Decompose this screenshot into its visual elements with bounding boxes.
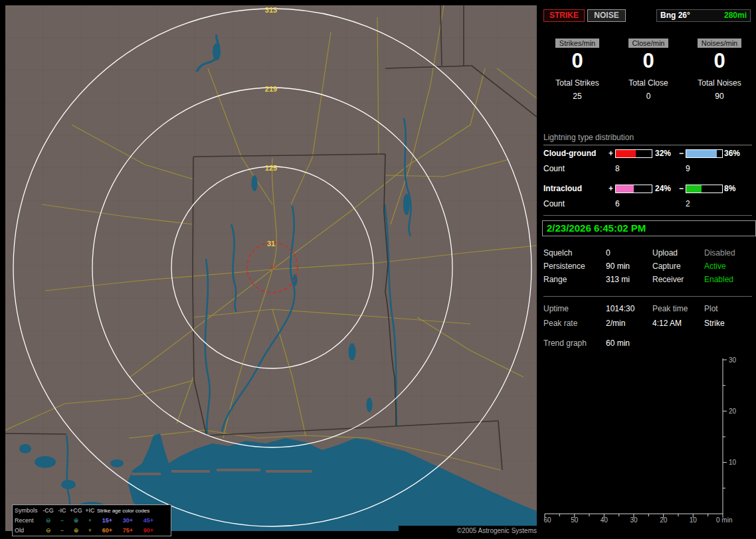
upload-label: Upload <box>652 248 703 258</box>
distribution-header: Lightning type distribution <box>543 133 752 145</box>
datetime-readout: 2/23/2026 6:45:02 PM <box>542 220 756 236</box>
total-close-label: Total Close <box>613 78 684 88</box>
count-label: Count <box>543 199 565 208</box>
ic-minus-bar <box>686 185 723 193</box>
cloud-ground-count-row: Count 8 9 <box>542 164 756 175</box>
intracloud-count-row: Count 6 2 <box>542 199 756 210</box>
total-noises-value: 90 <box>684 92 755 101</box>
legend-symbols-header: Symbols <box>15 506 41 516</box>
x-tick-label: 40 <box>601 516 609 524</box>
legend-row-label: Recent <box>15 516 41 526</box>
bearing-value: Bng 26° <box>660 10 690 21</box>
cloud-ground-label: Cloud-ground <box>543 149 607 158</box>
strikes-per-min-value: 0 <box>542 49 613 73</box>
plus-sign: + <box>609 149 613 158</box>
trend-graph-row: Trend graph 60 min <box>542 339 756 350</box>
age-code: 60+ <box>97 526 118 536</box>
persistence-value: 90 min <box>606 262 650 271</box>
noise-mode-button[interactable]: NOISE <box>587 9 626 22</box>
squelch-label: Squelch <box>543 248 605 258</box>
intracloud-row: Intracloud + 24% − 8% <box>542 184 756 194</box>
app-window: 313 219 125 31 Symbols-CG-IC+CG+ICStrike… <box>0 0 756 539</box>
trend-graph: 30 20 10 60 50 40 30 20 10 0 min <box>542 354 753 534</box>
neg-cg-symbol-icon: ⊖ <box>41 516 55 526</box>
lightning-map[interactable]: 313 219 125 31 <box>5 5 537 531</box>
x-tick-label: 50 <box>571 516 579 524</box>
divider <box>543 215 752 216</box>
trend-axis-labels: 30 20 10 60 50 40 30 20 10 0 min <box>543 356 736 524</box>
age-code: 15+ <box>97 516 118 526</box>
legend-type-header: +CG <box>69 506 83 516</box>
age-code: 30+ <box>118 516 138 526</box>
legend-header-row: Symbols-CG-IC+CG+ICStrike age color code… <box>15 506 169 516</box>
minus-sign: − <box>679 149 684 158</box>
peak-time-value: 4:12 AM <box>652 319 703 328</box>
ic-plus-count: 6 <box>615 199 620 208</box>
ic-minus-count: 2 <box>686 199 690 208</box>
neg-ic-symbol-icon: − <box>55 516 69 526</box>
upload-status: Disabled <box>704 248 755 258</box>
trend-graph-value: 60 min <box>606 339 650 348</box>
total-noises-label: Total Noises <box>684 78 755 88</box>
receiver-status: Enabled <box>704 275 755 284</box>
y-tick-label: 30 <box>729 356 737 364</box>
range-ring-label: 219 <box>265 85 277 93</box>
age-code: 75+ <box>118 526 138 536</box>
settings-row: Persistence 90 min Capture Active <box>542 262 756 273</box>
neg-ic-symbol-icon: − <box>55 526 69 536</box>
receiver-label: Receiver <box>652 275 703 284</box>
symbols-legend: Symbols-CG-IC+CG+ICStrike age color code… <box>12 504 171 536</box>
ic-plus-bar <box>615 185 652 193</box>
cg-plus-bar-fill <box>616 150 636 157</box>
peak-rate-value: 2/min <box>606 319 650 328</box>
map-canvas: 313 219 125 31 <box>5 5 537 531</box>
trend-graph-label: Trend graph <box>543 339 605 348</box>
close-rate-column: Close/min 0 Total Close 0 <box>613 38 684 101</box>
ic-plus-percent: 24% <box>655 184 671 193</box>
cg-minus-percent: 36% <box>724 149 740 158</box>
close-per-min-button[interactable]: Close/min <box>628 38 669 48</box>
range-ring-label: 31 <box>267 240 275 248</box>
cg-plus-bar <box>615 149 652 158</box>
neg-cg-symbol-icon: ⊖ <box>41 526 55 536</box>
x-tick-label: 10 <box>690 516 698 524</box>
strikes-per-min-button[interactable]: Strikes/min <box>555 38 599 48</box>
y-tick-label: 10 <box>729 459 737 466</box>
ic-minus-percent: 8% <box>724 184 735 193</box>
stats-row: Peak rate 2/min 4:12 AM Strike <box>542 319 756 331</box>
legend-old-row: Old⊖−⊕+60+75+90+ <box>15 526 169 536</box>
range-ring-label: 313 <box>265 6 277 14</box>
plot-value: Strike <box>704 319 755 328</box>
intracloud-label: Intracloud <box>543 184 607 193</box>
y-tick-label: 20 <box>729 408 737 415</box>
total-strikes-label: Total Strikes <box>542 78 613 88</box>
peak-rate-label: Peak rate <box>543 319 605 328</box>
range-ring-label: 125 <box>265 164 277 172</box>
settings-row: Squelch 0 Upload Disabled <box>542 248 756 260</box>
legend-type-header: +IC <box>83 506 97 516</box>
squelch-value: 0 <box>606 248 650 258</box>
count-label: Count <box>543 164 565 173</box>
range-label: Range <box>543 275 605 284</box>
status-sidebar: STRIKE NOISE Bng 26° 280mi Strikes/min 0… <box>542 0 756 539</box>
divider <box>543 296 752 297</box>
pos-cg-symbol-icon: ⊕ <box>69 516 83 526</box>
noises-rate-column: Noises/min 0 Total Noises 90 <box>684 38 755 101</box>
copyright-text: ©2005 Astrogenic Systems <box>399 526 539 536</box>
legend-row-label: Old <box>15 526 41 536</box>
total-close-value: 0 <box>613 92 684 101</box>
total-strikes-value: 25 <box>542 92 613 101</box>
pos-cg-symbol-icon: ⊕ <box>69 526 83 536</box>
strike-mode-button[interactable]: STRIKE <box>543 9 585 22</box>
plot-label: Plot <box>704 304 755 313</box>
legend-age-header: Strike age color codes <box>97 506 163 516</box>
origin-label: 0 min <box>716 516 732 524</box>
legend-type-header: -CG <box>41 506 55 516</box>
capture-status: Active <box>704 262 755 271</box>
ic-plus-bar-fill <box>616 185 634 193</box>
bearing-distance: 280mi <box>724 10 747 21</box>
cg-minus-bar-fill <box>686 150 717 157</box>
bearing-range-readout: Bng 26° 280mi <box>656 9 751 22</box>
capture-label: Capture <box>652 262 703 271</box>
noises-per-min-button[interactable]: Noises/min <box>698 38 741 48</box>
